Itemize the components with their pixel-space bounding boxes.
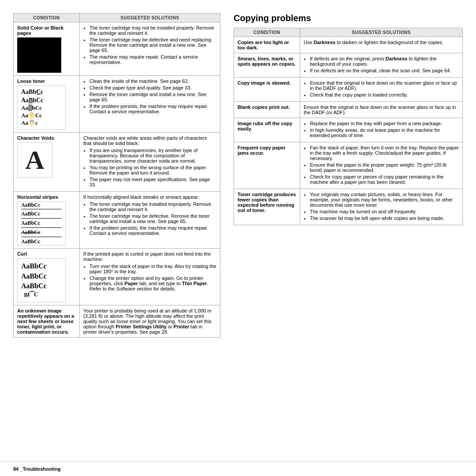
list-item: The toner cartridge may be defective. Re… <box>89 213 216 224</box>
left-condition-header: CONDITION <box>14 14 80 22</box>
list-item: If you are using transparencies, try ano… <box>89 148 216 164</box>
solution-list: Replace the paper in the tray with paper… <box>310 121 459 138</box>
condition-label: Character Voids <box>17 135 54 141</box>
solution-text: Ensure that the original is face down on… <box>304 104 456 115</box>
solution-list: Turn over the stack of paper in the tray… <box>89 264 216 291</box>
condition-cell: Image rubs off the copy easily. <box>234 118 300 142</box>
list-item: The toner cartridge may be defective and… <box>89 37 216 53</box>
section-title: Copying problems <box>234 13 463 23</box>
solution-list: If you are using transparencies, try ano… <box>89 148 216 187</box>
right-table: CONDITION SUGGESTED SOLUTIONS Copies are… <box>234 28 463 225</box>
list-item: Clean the inside of the machine. See pag… <box>89 78 216 84</box>
condition-label: Copies are too light or too dark. <box>238 40 289 50</box>
table-row: Copy image is skewed. Ensure that the or… <box>234 78 463 102</box>
solution-text: Your printer is probably being used at a… <box>83 308 212 335</box>
list-item: If the problem persists, the machine may… <box>89 225 216 236</box>
table-row: Character Voids A Character voids are wh… <box>14 133 220 192</box>
solution-list: Ensure that the original is face down on… <box>310 80 459 97</box>
list-item: The toner cartridge may not be installed… <box>89 25 216 36</box>
list-item: Check that the copy paper is loaded corr… <box>310 92 459 97</box>
list-item: The toner cartridge may be installed imp… <box>89 201 216 212</box>
condition-cell: Frequent copy paper jams occur. <box>234 142 300 189</box>
table-row: Solid Color or Black pages The toner car… <box>14 22 220 76</box>
right-solution-header: SUGGESTED SOLUTIONS <box>300 28 463 37</box>
condition-cell: Blank copies print out. <box>234 102 300 118</box>
solution-cell: If horizontally aligned black streaks or… <box>80 192 220 249</box>
condition-label: Toner cartridge produces fewer copies th… <box>238 192 296 213</box>
solution-cell: Use Darkness to darken or lighten the ba… <box>300 37 463 53</box>
table-row: Frequent copy paper jams occur. Fan the … <box>234 142 463 189</box>
list-item: Turn over the stack of paper in the tray… <box>89 264 216 274</box>
table-row: Curl AaBbCc AaBbCc AaBbCc Bl⁀C If the pr… <box>14 249 220 305</box>
solution-list: The toner cartridge may be installed imp… <box>89 201 216 236</box>
black-page-image <box>17 37 61 73</box>
table-row: Blank copies print out. Ensure that the … <box>234 102 463 118</box>
list-item: Check for copy paper or pieces of copy p… <box>310 174 459 185</box>
solution-cell: Your originals may contain pictures, sol… <box>300 189 463 225</box>
left-column: CONDITION SUGGESTED SOLUTIONS Solid Colo… <box>13 13 220 453</box>
list-item: Replace the paper in the tray with paper… <box>310 121 459 126</box>
list-item: The machine may require repair. Contact … <box>89 54 216 65</box>
page-footer: 84 _Troubleshooting <box>0 461 476 476</box>
condition-label: Solid Color or Black pages <box>17 25 63 36</box>
list-item: Remove the toner cartridge and install a… <box>89 92 216 102</box>
condition-label: Curl <box>17 251 27 257</box>
left-solution-header: SUGGESTED SOLUTIONS <box>80 14 220 22</box>
solution-text: Use Darkness to darken or lighten the ba… <box>304 40 443 45</box>
list-item: If the problem persists, the machine may… <box>89 104 216 114</box>
list-item: The paper may not meet paper specificati… <box>89 177 216 187</box>
solution-cell: Clean the inside of the machine. See pag… <box>80 76 220 133</box>
list-item: Ensure that the paper is the proper pape… <box>310 162 459 173</box>
curl-image: AaBbCc AaBbCc AaBbCc Bl⁀C <box>17 258 66 302</box>
list-item: Change the printer option and try again.… <box>89 275 216 291</box>
solution-text: If horizontally aligned black streaks or… <box>83 194 199 200</box>
condition-cell: Solid Color or Black pages <box>14 22 80 76</box>
condition-label: Horizontal stripes <box>17 194 58 200</box>
solution-cell: The toner cartridge may not be installed… <box>80 22 220 76</box>
solution-cell: Ensure that the original is face down on… <box>300 102 463 118</box>
table-row: Horizontal stripes AaBbCc AaBbCc AaBbCc … <box>14 192 220 249</box>
condition-label: Loose toner <box>17 78 45 84</box>
list-item: If defects are on the original, press Da… <box>310 56 459 67</box>
loose-toner-image: AaBbCc AaBbCc AaBbCc Aa🤔Cc Aa👨c <box>17 86 66 130</box>
solution-cell: Ensure that the original is face down on… <box>300 78 463 102</box>
condition-cell: Copies are too light or too dark. <box>234 37 300 53</box>
left-table: CONDITION SUGGESTED SOLUTIONS Solid Colo… <box>13 13 220 338</box>
solution-cell: If defects are on the original, press Da… <box>300 53 463 78</box>
condition-cell: Copy image is skewed. <box>234 78 300 102</box>
list-item: Check the paper type and quality. See pa… <box>89 85 216 90</box>
list-item: You may be printing on the wrong surface… <box>89 165 216 175</box>
condition-cell: An unknown image repetitively appears on… <box>14 305 80 338</box>
condition-label: Smears, lines, marks, or spots appears o… <box>238 56 296 67</box>
solution-text: If the printed paper is curled or paper … <box>83 251 211 262</box>
condition-cell: Smears, lines, marks, or spots appears o… <box>234 53 300 78</box>
solution-text: Character voids are white areas within p… <box>83 135 207 146</box>
char-void-image: A <box>17 142 52 178</box>
list-item: Fan the stack of paper, then turn it ove… <box>310 145 459 161</box>
right-condition-header: CONDITION <box>234 28 300 37</box>
table-row: An unknown image repetitively appears on… <box>14 305 220 338</box>
condition-cell: Horizontal stripes AaBbCc AaBbCc AaBbCc … <box>14 192 80 249</box>
list-item: The machine may be turned on and off fre… <box>310 209 459 214</box>
list-item: In high humidity areas, do not leave pap… <box>310 127 459 138</box>
list-item: If no defects are on the original, clean… <box>310 68 459 73</box>
solution-cell: Character voids are white areas within p… <box>80 133 220 192</box>
list-item: The scanner lid may be left open while c… <box>310 216 459 221</box>
solution-list: If defects are on the original, press Da… <box>310 56 459 73</box>
solution-cell: Replace the paper in the tray with paper… <box>300 118 463 142</box>
condition-label: Copy image is skewed. <box>238 80 290 86</box>
condition-cell: Character Voids A <box>14 133 80 192</box>
condition-label: An unknown image repetitively appears on… <box>17 308 74 335</box>
table-row: Image rubs off the copy easily. Replace … <box>234 118 463 142</box>
table-row: Loose toner AaBbCc AaBbCc AaBbCc Aa🤔Cc A… <box>14 76 220 133</box>
list-item: Your originals may contain pictures, sol… <box>310 192 459 208</box>
condition-cell: Loose toner AaBbCc AaBbCc AaBbCc Aa🤔Cc A… <box>14 76 80 133</box>
list-item: Ensure that the original is face down on… <box>310 80 459 91</box>
solution-cell: Fan the stack of paper, then turn it ove… <box>300 142 463 189</box>
solution-list: Your originals may contain pictures, sol… <box>310 192 459 221</box>
solution-list: Clean the inside of the machine. See pag… <box>89 78 216 114</box>
solution-cell: If the printed paper is curled or paper … <box>80 249 220 305</box>
table-row: Toner cartridge produces fewer copies th… <box>234 189 463 225</box>
condition-label: Blank copies print out. <box>238 104 290 110</box>
right-column: Copying problems CONDITION SUGGESTED SOL… <box>234 13 463 453</box>
